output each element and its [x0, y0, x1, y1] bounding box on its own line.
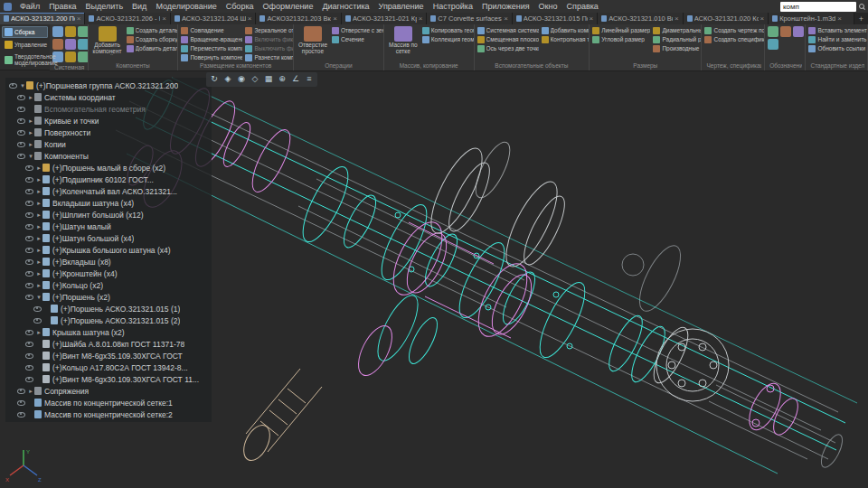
ribbon-tool-icon[interactable] [780, 26, 791, 37]
menu-item[interactable]: Управление [374, 2, 429, 11]
visibility-eye-icon[interactable] [17, 399, 25, 407]
tab-close-icon[interactable]: × [77, 14, 81, 23]
expand-arrow-icon[interactable]: ▸ [35, 164, 42, 172]
tree-item[interactable]: ▸(+)Шплинт большой (x12) [5, 209, 212, 221]
wireframe-mode-icon[interactable]: ◇ [249, 73, 261, 84]
menu-item[interactable]: Моделирование [151, 2, 221, 11]
visibility-eye-icon[interactable] [25, 175, 33, 183]
ribbon-tool-icon[interactable] [65, 39, 76, 50]
expand-arrow-icon[interactable]: ▸ [27, 94, 34, 101]
visibility-eye-icon[interactable] [25, 246, 33, 254]
ribbon-big-button[interactable]: Добавить компонент из файла [91, 26, 124, 55]
expand-arrow-icon[interactable]: ▸ [35, 270, 42, 277]
ribbon-button[interactable]: Радиальный размер [653, 35, 702, 43]
document-tab[interactable]: C7 Corvette surfaces...× [427, 13, 512, 24]
ribbon-tool-icon[interactable] [52, 39, 63, 50]
visibility-eye-icon[interactable] [25, 375, 33, 383]
expand-arrow-icon[interactable]: ▸ [35, 200, 42, 207]
ribbon-button[interactable]: Сечение [332, 35, 384, 43]
visibility-eye-icon[interactable] [17, 117, 25, 125]
viewport[interactable]: ↻◈◉◇▦⊕∠≡ ▾(+)Поршневая группа АСКО.32132… [0, 70, 868, 488]
expand-arrow-icon[interactable]: ▸ [35, 235, 42, 242]
ribbon-button[interactable]: Выключить фиксацию [245, 44, 294, 52]
tree-item[interactable]: Массив по концентрической сетке:2 [5, 408, 212, 420]
ribbon-tool-icon[interactable] [768, 26, 778, 37]
ribbon-button[interactable]: Коллекция геометрии [422, 35, 475, 43]
menu-item[interactable]: Диагностика [317, 2, 373, 11]
visibility-eye-icon[interactable] [17, 128, 25, 136]
document-tab[interactable]: АСКО-321321.010 Вкл...× [598, 13, 683, 24]
ribbon-button[interactable]: Обновить ссылки на мо... [808, 44, 868, 52]
ribbon-tool-icon[interactable] [52, 26, 63, 37]
menu-item[interactable]: Окно [534, 2, 562, 11]
visibility-eye-icon[interactable] [25, 164, 33, 172]
ribbon-button[interactable]: Совпадение [181, 26, 242, 34]
tree-item[interactable]: ▸Крышка шатуна (x2) [5, 326, 212, 338]
document-tab[interactable]: АСКО-321321.204 Шп...× [171, 13, 256, 24]
orientation-cube-icon[interactable]: ◈ [222, 73, 234, 84]
tree-item[interactable]: (+)Кольцо А17.80С2А ГОСТ 13942-8... [5, 361, 212, 373]
ribbon-button[interactable]: Повернуть компонент [181, 53, 242, 61]
ribbon-button[interactable]: Включить фиксацию [245, 35, 294, 43]
document-tab[interactable]: АСКО-321321.200 По...× [0, 13, 85, 24]
visibility-eye-icon[interactable] [25, 211, 33, 219]
document-tab[interactable]: АСКО-321321.015 По...× [513, 13, 598, 24]
expand-arrow-icon[interactable]: ▸ [35, 176, 42, 183]
tab-close-icon[interactable]: × [504, 14, 508, 23]
expand-arrow-icon[interactable]: ▸ [35, 211, 42, 219]
visibility-eye-icon[interactable] [9, 81, 17, 89]
visibility-eye-icon[interactable] [25, 234, 33, 242]
expand-arrow-icon[interactable]: ▸ [27, 141, 34, 148]
refresh-icon[interactable]: ↻ [208, 73, 221, 84]
measure-icon[interactable]: ∠ [289, 73, 302, 84]
collapse-arrow-icon[interactable]: ▾ [35, 294, 42, 301]
ribbon-big-button[interactable]: Отверстие простое [297, 26, 329, 55]
tree-item[interactable]: (+)Винт М8-6gх30.109.30ХГСА ГОСТ 11... [5, 373, 212, 385]
ribbon-button[interactable]: Создать спецификацию [704, 35, 765, 43]
ribbon-button[interactable]: Зеркальное отражение компонентов [245, 26, 294, 34]
tab-close-icon[interactable]: × [590, 14, 594, 23]
ribbon-button[interactable]: Отверстие с зенковкой [332, 26, 384, 34]
ribbon-button[interactable]: Переместить компонент [181, 44, 242, 52]
visibility-eye-icon[interactable] [33, 316, 42, 324]
tree-item[interactable]: Массив по концентрической сетке:1 [5, 397, 212, 408]
document-tab[interactable]: АСКО321321.203 Вкл...× [256, 13, 341, 24]
ribbon-button[interactable]: Создать сборку [127, 35, 179, 43]
visibility-eye-icon[interactable] [17, 105, 25, 113]
ribbon-big-button[interactable]: Массив по сетке [387, 26, 420, 55]
ribbon-button[interactable]: Копировать геометрию [422, 26, 475, 34]
menu-item[interactable]: Правка [44, 2, 80, 11]
tree-item[interactable]: (+)Поршень АСКО.321321.015 (1) [5, 303, 212, 314]
ribbon-tool-icon[interactable] [78, 26, 89, 37]
tree-item[interactable]: ▸(+)Вкладыш (x8) [5, 256, 212, 267]
menu-item[interactable]: Сборка [222, 2, 259, 11]
ribbon-button[interactable]: Создать деталь [127, 26, 179, 34]
tree-item[interactable]: ▸Поверхности [5, 127, 212, 138]
expand-arrow-icon[interactable]: ▸ [27, 117, 34, 125]
visibility-eye-icon[interactable] [17, 140, 25, 148]
tab-close-icon[interactable]: × [837, 14, 842, 23]
menu-item[interactable]: Настройка [429, 2, 477, 11]
visibility-eye-icon[interactable] [17, 152, 25, 160]
ribbon-button[interactable]: Диаметральный размер [653, 26, 702, 34]
expand-arrow-icon[interactable]: ▸ [35, 247, 42, 254]
document-tab[interactable]: Кронштейн-1.m3d× [769, 13, 854, 24]
tab-close-icon[interactable]: × [162, 14, 166, 23]
document-tab[interactable]: АСКО-321321-021 Кро...× [342, 13, 427, 24]
visibility-eye-icon[interactable] [25, 269, 33, 277]
ribbon-button[interactable]: Добавить деталь-заготовку [127, 44, 179, 52]
tree-item[interactable]: ▸(+)Кольцо (x2) [5, 279, 212, 291]
new-tab-button[interactable]: + [854, 13, 868, 24]
tree-item[interactable]: ▸(+)Кронштейн (x4) [5, 267, 212, 279]
tree-item[interactable]: ▸(+)Шатун малый [5, 221, 212, 232]
ribbon-button[interactable]: Смещенная плоскость [477, 35, 539, 43]
tree-item[interactable]: Вспомогательная геометрия [5, 103, 212, 115]
visibility-eye-icon[interactable] [25, 328, 33, 336]
menu-item[interactable]: Оформление [259, 2, 318, 11]
tab-close-icon[interactable]: × [760, 14, 765, 23]
menu-item[interactable]: Вид [127, 2, 151, 11]
tree-item[interactable]: ▸(+)Крышка большого шатуна (x4) [5, 244, 212, 256]
command-search-input[interactable] [780, 2, 856, 12]
ribbon-button[interactable]: Контрольная точка [542, 35, 590, 43]
ribbon-button[interactable]: Разнести компоненты [245, 53, 294, 61]
